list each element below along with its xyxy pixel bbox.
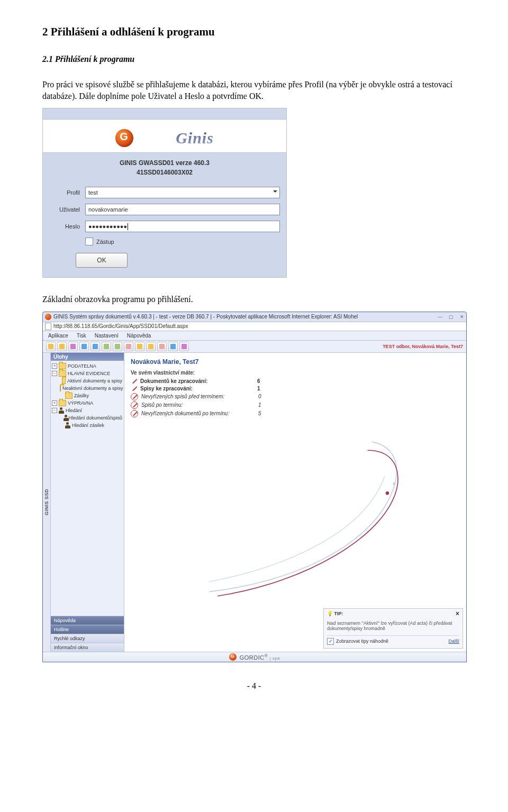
tree-label: PODATELNA [68,363,96,369]
uzivatel-input[interactable]: novakovamarie [85,204,280,215]
toolbar-icon[interactable] [157,342,167,351]
main-window-screenshot: GINIS Systém správy dokumentů v.4.60.3 |… [42,312,467,662]
svg-point-0 [386,491,389,495]
tree-label: HLAVNÍ EVIDENCE [68,371,110,376]
text-caret [128,223,128,230]
ownership-header: Ve svém vlastnictví máte: [131,370,460,376]
page-icon [45,323,51,330]
tree-expander[interactable]: + [52,363,57,369]
warning-icon [131,393,138,400]
zastup-checkbox[interactable] [85,238,93,245]
page-number: - 4 - [42,681,466,691]
profil-select[interactable]: test [85,187,280,198]
tree-body: +PODATELNA−HLAVNÍ EVIDENCEAktivní dokume… [51,361,124,616]
close-icon[interactable]: ✕ [460,314,464,320]
tree-row[interactable]: Hledání dokumentů/spisů [52,414,123,422]
toolbar-context: TEST odbor, Nováková Marie, Test7 [383,344,463,349]
menu-nastaveni[interactable]: Nastavení [95,333,119,339]
tree-label: Hledání dokumentů/spisů [68,415,122,421]
tree-row[interactable]: −HLAVNÍ EVIDENCE [52,370,123,377]
toolbar-icon[interactable] [79,342,89,351]
tree-row[interactable]: −Hledání [52,407,123,414]
login-title-line2: 41SSD0146003X02 [43,168,286,177]
stat-label: Spisy ke zpracování: [140,386,254,391]
tree-label: Neaktivní dokumenty a spisy [62,386,123,391]
stat-value: 6 [257,378,260,384]
folder-icon [62,378,66,384]
login-dialog-screenshot: Ginis GINIS GWASSD01 verze 460.3 41SSD01… [42,108,287,278]
toolbar-icon[interactable] [146,342,156,351]
no-icon [131,378,137,385]
ginis-logo: Ginis [176,129,214,147]
profil-label: Profil [49,189,85,196]
toolbar-icon[interactable] [113,342,122,351]
folder-icon [59,363,66,369]
tree-row[interactable]: Neaktivní dokumenty a spisy [52,385,123,392]
tip-checkbox-label: Zobrazovat tipy náhodně [336,638,388,644]
heslo-input[interactable]: ●●●●●●●●●●● [85,221,280,232]
window-favicon [45,314,51,320]
profil-value: test [88,189,98,196]
warning-icon [131,410,138,417]
menu-tisk[interactable]: Tisk [77,333,86,339]
toolbar-icon[interactable] [135,342,144,351]
uzivatel-value: novakovamarie [88,206,128,213]
tree-row[interactable]: +VÝPRAVNA [52,399,123,407]
bottom-tab-hotline[interactable]: Hotline [51,625,124,634]
tip-close-button[interactable]: × [456,611,459,616]
side-tab-label: GINIS SSD [44,489,49,515]
stat-row: Nevyřízených dokumentů po termínu:5 [131,409,460,418]
gordic-g-icon [115,129,133,147]
tree-row[interactable]: Aktivní dokumenty a spisy [52,377,123,385]
subsection-title: 2.1 Přihlášení k programu [42,54,466,64]
stat-row: Dokumentů ke zpracování:6 [131,378,460,385]
mid-paragraph: Základní obrazovka programu po přihlášen… [42,294,466,305]
folder-icon [59,400,66,406]
toolbar-icon[interactable] [124,342,133,351]
tree-label: Zásilky [74,393,89,398]
maximize-icon[interactable]: ▢ [449,314,453,320]
toolbar-icon[interactable] [179,342,189,351]
status-suffix: spe [273,656,280,661]
folder-icon [60,385,61,391]
bottom-tab-napoveda[interactable]: Nápověda [51,616,124,625]
minimize-icon[interactable]: — [438,314,442,320]
toolbar-icon[interactable] [57,342,67,351]
content-user-name: Nováková Marie, Test7 [131,358,460,366]
tree-header: Úlohy [51,353,124,361]
tree-row[interactable]: +PODATELNA [52,362,123,370]
warning-icon [131,402,138,409]
tree-row[interactable]: Hledání zásilek [52,422,123,429]
stat-value: 1 [257,386,260,391]
ok-button[interactable]: OK [76,253,128,268]
menu-aplikace[interactable]: Aplikace [48,333,68,339]
tree-expander[interactable]: − [52,371,57,376]
window-title: GINIS Systém správy dokumentů v.4.60.3 |… [53,314,358,320]
bottom-tab-informacni-okno[interactable]: Informační okno [51,643,124,652]
tip-next-link[interactable]: Další [448,638,459,644]
toolbar-icon[interactable] [102,342,111,351]
heslo-label: Heslo [49,223,85,230]
tree-expander[interactable]: − [52,408,57,413]
tree-row[interactable]: Zásilky [52,392,123,399]
toolbar-icon[interactable] [46,342,56,351]
login-logo-row: Ginis [43,120,286,153]
tree-expander[interactable]: + [52,400,57,406]
gordic-small-icon [229,653,237,661]
tree-label: Aktivní dokumenty a spisy [67,378,122,384]
window-buttons[interactable]: — ▢ ✕ [438,314,464,320]
status-brand: GORDIC [240,654,265,661]
tree-label: VÝPRAVNA [68,400,93,406]
side-tab[interactable]: GINIS SSD [43,353,51,652]
toolbar-icon[interactable] [68,342,78,351]
toolbar-icon[interactable] [168,342,178,351]
bottom-tab-rychle-odkazy[interactable]: Rychlé odkazy [51,634,124,643]
toolbar-icon[interactable] [90,342,100,351]
address-text: http://88.86.118.65/Gordic/Ginis/App/SSD… [53,323,188,329]
tip-popup: 💡 TIP: × Nad seznamem "Aktivní" lze vyři… [323,608,463,649]
toolbar-icons [46,342,189,351]
menu-napoveda[interactable]: Nápověda [127,333,151,339]
stat-row: Nevyřízených spisů před termínem:0 [131,393,460,401]
decorative-swoosh [209,437,466,600]
tip-random-checkbox[interactable]: ✓ [327,638,334,645]
